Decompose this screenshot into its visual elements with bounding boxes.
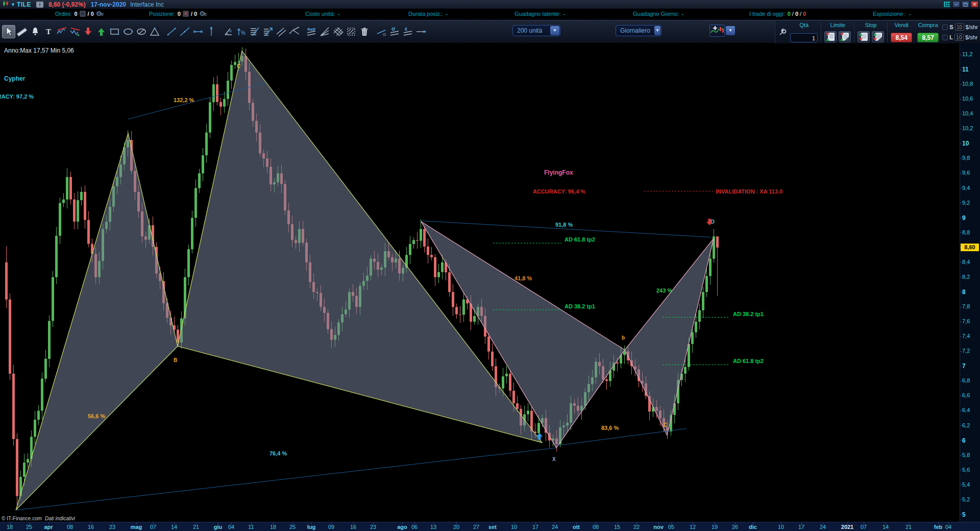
chevron-down-icon[interactable]: ▼ — [654, 26, 660, 35]
price-tick — [960, 351, 962, 352]
price-tick — [960, 114, 962, 114]
tool-rect-icon[interactable] — [108, 25, 121, 38]
tool-sigma-lines-icon[interactable]: σ — [388, 25, 401, 38]
tool-arrow-up-icon[interactable] — [95, 25, 108, 38]
drawing-tools: Tα%RaffGσε — [0, 25, 428, 38]
limit-order-alt-icon[interactable] — [839, 31, 851, 42]
year-range-text: Anno:Max 17,57 Min 5,06 — [4, 47, 74, 54]
tool-pattern-frame-icon[interactable] — [345, 25, 358, 38]
annotation-label: ACCURACY: 96,4 % — [533, 188, 585, 195]
tool-arrow-down-icon[interactable] — [82, 25, 95, 38]
tool-cursor-icon[interactable] — [2, 25, 15, 38]
limit-preset-value[interactable]: 10 — [954, 34, 964, 41]
layout-grid-button[interactable] — [943, 1, 951, 8]
annotation-label: 91,8 % — [555, 222, 573, 228]
svg-text:α: α — [229, 29, 232, 33]
price-tick — [960, 129, 962, 129]
tool-ellipse-cross-icon[interactable] — [135, 25, 148, 38]
annotation-label: AD 38.2 tp1 — [565, 303, 595, 309]
annotation-label: X — [552, 456, 556, 462]
position-settings-icon[interactable]: ⚙⚙ — [199, 11, 205, 17]
stop-label: Stop — [865, 22, 877, 28]
tool-percent-move-icon[interactable]: % — [235, 25, 248, 38]
cypher-accuracy-label: ACCURACY: 97,2 % — [0, 93, 34, 100]
stop-preset-value[interactable]: 10 — [955, 23, 964, 31]
tool-fib-retracement-icon[interactable] — [248, 25, 261, 38]
timeframe-dropdown[interactable]: Giornaliero ▼ — [616, 25, 662, 36]
annotation-label: C — [237, 63, 240, 69]
stop-order-alt-icon[interactable] — [872, 31, 884, 42]
limit-section: Limite — [822, 21, 853, 43]
cancel-orders-icon[interactable]: ✕ — [80, 11, 86, 17]
tool-vline-icon[interactable] — [205, 25, 218, 38]
add-indicator-button[interactable]: ▼ — [709, 25, 736, 37]
time-tick-label: 14 — [883, 524, 889, 530]
chart-area[interactable]: 132,2 %56,6 %76,4 %83,6 %41,8 %91,8 %243… — [0, 43, 980, 522]
svg-text:Raff: Raff — [307, 27, 315, 32]
price-tick — [960, 262, 962, 262]
candlestick-chart[interactable]: 132,2 %56,6 %76,4 %83,6 %41,8 %91,8 %243… — [0, 43, 960, 522]
time-tick-label: 04 — [945, 524, 951, 530]
minimize-button[interactable]: – — [952, 1, 960, 8]
info-icon[interactable]: i — [36, 2, 43, 8]
time-tick-label: 24 — [820, 524, 826, 530]
close-button[interactable]: ✕ — [971, 1, 978, 8]
stop-order-icon[interactable] — [857, 31, 870, 42]
buy-button[interactable]: 8,57 — [917, 33, 939, 42]
tool-trend-down-icon[interactable] — [68, 25, 82, 38]
tool-segment-x-icon[interactable] — [191, 25, 205, 38]
tool-channel-icon[interactable] — [275, 25, 288, 38]
tool-ellipse-icon[interactable] — [121, 25, 135, 38]
close-position-icon[interactable]: ✕ — [183, 11, 189, 17]
tool-pitchfork-icon[interactable] — [288, 25, 301, 38]
tool-hline-x-icon[interactable] — [414, 25, 428, 38]
annotation-label: AD 61.8 tp2 — [733, 358, 764, 364]
orders-settings-icon[interactable]: ⚙⚙ — [96, 11, 102, 17]
toolbar-separator — [371, 25, 375, 38]
tool-gann-line-icon[interactable]: G — [375, 25, 388, 38]
symbol-dropdown-caret[interactable]: ▼ — [11, 2, 15, 7]
maximize-button[interactable]: ▢ — [962, 1, 969, 8]
tool-trend-up-icon[interactable] — [55, 25, 68, 38]
symbol-label[interactable]: TILE — [17, 1, 31, 8]
tool-epsilon-lines-icon[interactable]: ε — [401, 25, 414, 38]
units-dropdown[interactable]: 200 unità ▼ — [512, 25, 560, 36]
tool-fan-lines-icon[interactable] — [318, 25, 331, 38]
tool-bell-icon[interactable] — [29, 25, 42, 38]
current-price-marker: 8,60 — [961, 244, 979, 251]
price-tick-label: 5,6 — [962, 467, 970, 473]
order-settings-wrench-icon[interactable] — [777, 26, 788, 39]
time-tick-label: ott — [573, 524, 580, 530]
tool-fib-expansion-icon[interactable] — [261, 25, 275, 38]
unrealized-gain-info: Guadagno latente: - — [514, 11, 565, 17]
stop-preset-checkbox[interactable] — [942, 25, 948, 30]
price-change: 8,60 (-0,92%) — [48, 1, 86, 8]
limit-order-icon[interactable] — [824, 31, 837, 42]
position-info: Posizione: 0 ✕ / 0 ⚙⚙ — [149, 11, 205, 17]
sell-button[interactable]: 8,54 — [891, 33, 912, 42]
tool-line-icon[interactable] — [178, 25, 191, 38]
chevron-down-icon[interactable]: ▼ — [550, 26, 559, 35]
units-dropdown-value: 200 unità — [513, 27, 550, 34]
quantity-input[interactable]: 1 — [790, 33, 818, 42]
tool-ruler-icon[interactable] — [15, 25, 29, 38]
price-tick-label: 5,8 — [962, 452, 970, 458]
time-tick-label: 14 — [171, 524, 177, 530]
tool-triangle-icon[interactable] — [148, 25, 161, 38]
time-tick-label: 13 — [430, 524, 436, 530]
tool-text-icon[interactable]: T — [42, 25, 55, 38]
time-tick-label: 25 — [289, 524, 296, 530]
tool-grid-cross-icon[interactable] — [331, 25, 345, 38]
chevron-down-icon[interactable]: ▼ — [726, 26, 735, 35]
price-axis[interactable]: 55,25,45,65,866,26,46,66,877,27,47,67,88… — [960, 43, 980, 522]
limit-preset-checkbox[interactable] — [942, 35, 948, 40]
tool-angle-icon[interactable]: α — [222, 25, 235, 38]
tool-segment-icon[interactable] — [165, 25, 178, 38]
price-tick-label: 7,8 — [962, 303, 970, 309]
time-tick-label: 09 — [328, 524, 334, 530]
tool-trash-icon[interactable] — [358, 25, 371, 38]
time-axis[interactable]: 1825apr081623mag071421giu04111825lug0916… — [0, 522, 980, 531]
annotation-label: FlyingFox — [544, 169, 573, 176]
tool-raff-channel-icon[interactable]: Raff — [305, 25, 318, 38]
time-tick-label: 12 — [690, 524, 696, 530]
